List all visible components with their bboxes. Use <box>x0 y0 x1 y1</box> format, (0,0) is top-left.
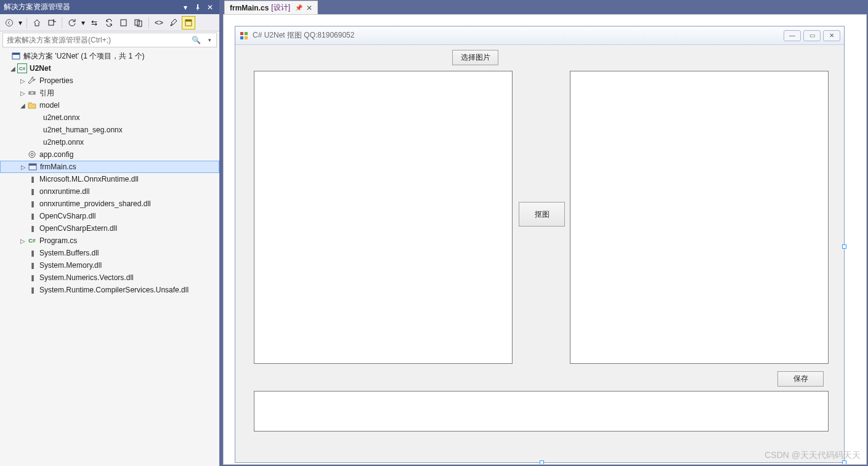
editor-area: frmMain.cs [设计] 📌 ✕ C# U2Net 抠图 QQ:81906… <box>222 0 868 466</box>
expand-icon[interactable]: ◢ <box>18 102 27 109</box>
dll-icon: ||| <box>27 211 37 221</box>
solution-tree[interactable]: 解决方案 'U2Net' (1 个项目，共 1 个) ◢ C# U2Net ▷ … <box>0 49 219 466</box>
expand-icon[interactable]: ▷ <box>18 238 27 244</box>
wrench-icon <box>27 76 37 86</box>
properties-node[interactable]: ▷ Properties <box>0 74 219 87</box>
toolbar-sync-icon[interactable] <box>45 16 59 30</box>
toolbar-dropdown-icon[interactable]: ▾ <box>17 16 23 30</box>
dll-icon: ||| <box>27 260 37 270</box>
form-maximize-icon[interactable]: ▭ <box>803 30 821 41</box>
form-app-icon <box>239 31 249 41</box>
toolbar-properties-icon[interactable] <box>167 16 180 30</box>
svg-point-12 <box>29 151 35 158</box>
references-node[interactable]: ▷ 引用 <box>0 87 219 99</box>
svg-point-11 <box>33 92 34 94</box>
source-picturebox[interactable] <box>254 71 513 364</box>
resize-handle-right[interactable] <box>842 244 846 249</box>
expand-icon[interactable]: ◢ <box>9 65 17 72</box>
dll-icon: ||| <box>27 285 37 295</box>
dll-icon: ||| <box>27 223 37 233</box>
references-icon <box>27 88 37 98</box>
search-icon[interactable]: 🔍 <box>189 36 203 44</box>
log-textbox[interactable] <box>254 391 829 432</box>
form-minimize-icon[interactable]: — <box>784 30 801 41</box>
panel-close-icon[interactable]: ✕ <box>205 2 216 13</box>
select-image-button[interactable]: 选择图片 <box>452 50 498 65</box>
tab-close-icon[interactable]: ✕ <box>306 4 312 12</box>
file-node[interactable]: u2net_human_seg.onnx <box>0 124 219 136</box>
tree-label: frmMain.cs <box>40 163 76 171</box>
form-icon <box>28 162 38 172</box>
svg-rect-18 <box>240 36 243 39</box>
search-dropdown-icon[interactable]: ▾ <box>203 37 216 43</box>
resize-handle-corner[interactable] <box>842 460 846 465</box>
toolbar-showall2-icon[interactable] <box>132 16 145 30</box>
expand-icon[interactable]: ▷ <box>19 164 28 171</box>
programcs-node[interactable]: ▷ C# Program.cs <box>0 235 219 247</box>
expand-icon[interactable]: ▷ <box>18 90 27 97</box>
toolbar-home-icon[interactable] <box>30 16 44 30</box>
dll-node[interactable]: |||System.Runtime.CompilerServices.Unsaf… <box>0 284 219 296</box>
toolbar-back-icon[interactable] <box>2 16 16 30</box>
form-titlebar: C# U2Net 抠图 QQ:819069052 — ▭ ✕ <box>235 26 844 45</box>
solution-explorer-titlebar: 解决方案资源管理器 ▾ ✕ <box>0 0 219 14</box>
solution-search-input[interactable] <box>3 34 189 46</box>
tab-pin-icon[interactable]: 📌 <box>295 4 302 11</box>
dll-icon: ||| <box>27 248 37 258</box>
dll-icon: ||| <box>27 199 37 209</box>
file-node[interactable]: u2net.onnx <box>0 111 219 124</box>
tree-label: System.Runtime.CompilerServices.Unsafe.d… <box>39 286 189 294</box>
save-button[interactable]: 保存 <box>777 371 824 387</box>
document-tabbar: frmMain.cs [设计] 📌 ✕ <box>222 0 868 14</box>
dll-node[interactable]: |||onnxruntime.dll <box>0 185 219 198</box>
solution-node[interactable]: 解决方案 'U2Net' (1 个项目，共 1 个) <box>0 50 219 62</box>
svg-rect-16 <box>240 32 243 35</box>
svg-rect-15 <box>29 164 36 166</box>
dll-node[interactable]: |||System.Numerics.Vectors.dll <box>0 271 219 284</box>
dll-node[interactable]: |||OpenCvSharpExtern.dll <box>0 222 219 235</box>
toolbar-code-icon[interactable]: <> <box>152 16 166 30</box>
result-picturebox[interactable] <box>570 71 829 364</box>
model-folder-node[interactable]: ◢ model <box>0 99 219 111</box>
dll-node[interactable]: |||System.Memory.dll <box>0 259 219 271</box>
tree-label: model <box>39 101 60 110</box>
toolbar-collapse-icon[interactable]: ⇆ <box>87 16 101 30</box>
expand-icon[interactable]: ▷ <box>18 78 27 84</box>
dll-node[interactable]: |||onnxruntime_providers_shared.dll <box>0 198 219 210</box>
toolbar-refresh-icon[interactable] <box>65 16 79 30</box>
frmmain-node[interactable]: ▷ frmMain.cs <box>0 161 219 173</box>
tab-suffix: [设计] <box>271 2 290 13</box>
form-close-icon[interactable]: ✕ <box>823 30 840 41</box>
designed-form[interactable]: C# U2Net 抠图 QQ:819069052 — ▭ ✕ 选择图片 抠图 保… <box>235 26 845 463</box>
dll-node[interactable]: |||Microsoft.ML.OnnxRuntime.dll <box>0 173 219 185</box>
file-node[interactable]: u2netp.onnx <box>0 136 219 148</box>
tree-label: app.config <box>39 150 73 159</box>
config-icon <box>27 150 37 159</box>
svg-point-10 <box>30 92 31 94</box>
tree-label: System.Memory.dll <box>39 261 102 270</box>
tree-label: OpenCvSharp.dll <box>39 212 95 220</box>
tree-label: u2net.onnx <box>43 113 79 122</box>
solution-explorer-toolbar: ▾ ▾ ⇆ <> <box>0 14 219 31</box>
tree-label: Microsoft.ML.OnnxRuntime.dll <box>39 175 139 183</box>
dll-node[interactable]: |||System.Buffers.dll <box>0 247 219 259</box>
appconfig-node[interactable]: app.config <box>0 148 219 161</box>
toolbar-showall-icon[interactable] <box>117 16 131 30</box>
form-designer-surface[interactable]: C# U2Net 抠图 QQ:819069052 — ▭ ✕ 选择图片 抠图 保… <box>223 14 867 465</box>
toolbar-preview-icon[interactable] <box>182 16 195 30</box>
panel-dropdown-icon[interactable]: ▾ <box>180 2 191 13</box>
project-node[interactable]: ◢ C# U2Net <box>0 62 219 74</box>
tab-frmmain-design[interactable]: frmMain.cs [设计] 📌 ✕ <box>224 1 318 14</box>
tree-label: System.Numerics.Vectors.dll <box>39 273 134 282</box>
dll-node[interactable]: |||OpenCvSharp.dll <box>0 210 219 222</box>
project-label: U2Net <box>30 64 51 73</box>
panel-pin-icon[interactable] <box>192 2 203 13</box>
solution-search[interactable]: 🔍 ▾ <box>2 33 217 47</box>
tree-label: u2net_human_seg.onnx <box>43 126 123 134</box>
toolbar-dropdown2-icon[interactable]: ▾ <box>80 16 86 30</box>
svg-rect-17 <box>245 32 248 35</box>
resize-handle-bottom[interactable] <box>540 460 544 465</box>
matting-button[interactable]: 抠图 <box>519 202 565 227</box>
toolbar-sync2-icon[interactable] <box>102 16 116 30</box>
tab-file-label: frmMain.cs <box>230 4 269 12</box>
